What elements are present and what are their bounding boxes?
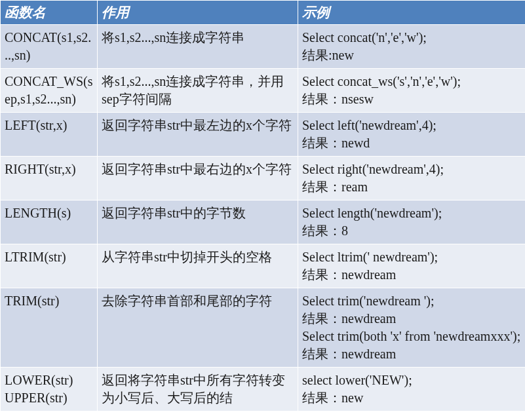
table-row: TRIM(str) 去除字符串首部和尾部的字符 Select trim('new…	[1, 288, 526, 368]
header-example: 示例	[298, 1, 526, 25]
cell-example: Select ltrim(' newdream');结果：newdream	[298, 244, 526, 288]
cell-desc: 将s1,s2...,sn连接成字符串，并用sep字符间隔	[98, 69, 298, 113]
cell-name: TRIM(str)	[1, 288, 98, 368]
table-row: LEFT(str,x) 返回字符串str中最左边的x个字符 Select lef…	[1, 113, 526, 157]
cell-name: CONCAT_WS(sep,s1,s2...,sn)	[1, 69, 98, 113]
cell-example: Select right('newdream',4);结果：ream	[298, 157, 526, 200]
cell-desc: 返回字符串str中最右边的x个字符	[98, 157, 298, 200]
cell-desc: 去除字符串首部和尾部的字符	[98, 288, 298, 368]
cell-name: LENGTH(s)	[1, 200, 98, 244]
cell-example: Select concat_ws('s','n','e','w');结果：nse…	[298, 69, 526, 113]
table-header-row: 函数名 作用 示例	[1, 1, 526, 25]
cell-desc: 将s1,s2...,sn连接成字符串	[98, 25, 298, 69]
header-desc: 作用	[98, 1, 298, 25]
table-row: CONCAT(s1,s2...,sn) 将s1,s2...,sn连接成字符串 S…	[1, 25, 526, 69]
table-row: CONCAT_WS(sep,s1,s2...,sn) 将s1,s2...,sn连…	[1, 69, 526, 113]
cell-name: RIGHT(str,x)	[1, 157, 98, 200]
cell-example: Select trim('newdream ');结果：newdreamSele…	[298, 288, 526, 368]
table-row: RIGHT(str,x) 返回字符串str中最右边的x个字符 Select ri…	[1, 157, 526, 200]
cell-desc: 返回将字符串str中所有字符转变为小写后、大写后的结	[98, 368, 298, 411]
table-row: LOWER(str)UPPER(str) 返回将字符串str中所有字符转变为小写…	[1, 368, 526, 411]
cell-example: Select concat('n','e','w');结果:new	[298, 25, 526, 69]
cell-name: CONCAT(s1,s2...,sn)	[1, 25, 98, 69]
cell-desc: 从字符串str中切掉开头的空格	[98, 244, 298, 288]
cell-desc: 返回字符串str中最左边的x个字符	[98, 113, 298, 157]
cell-example: select lower('NEW');结果：new	[298, 368, 526, 411]
table-row: LTRIM(str) 从字符串str中切掉开头的空格 Select ltrim(…	[1, 244, 526, 288]
cell-name: LEFT(str,x)	[1, 113, 98, 157]
cell-name: LTRIM(str)	[1, 244, 98, 288]
cell-example: Select left('newdream',4);结果：newd	[298, 113, 526, 157]
string-functions-table: 函数名 作用 示例 CONCAT(s1,s2...,sn) 将s1,s2...,…	[0, 0, 525, 411]
cell-example: Select length('newdream');结果：8	[298, 200, 526, 244]
cell-desc: 返回字符串str中的字节数	[98, 200, 298, 244]
header-name: 函数名	[1, 1, 98, 25]
cell-name: LOWER(str)UPPER(str)	[1, 368, 98, 411]
table-row: LENGTH(s) 返回字符串str中的字节数 Select length('n…	[1, 200, 526, 244]
